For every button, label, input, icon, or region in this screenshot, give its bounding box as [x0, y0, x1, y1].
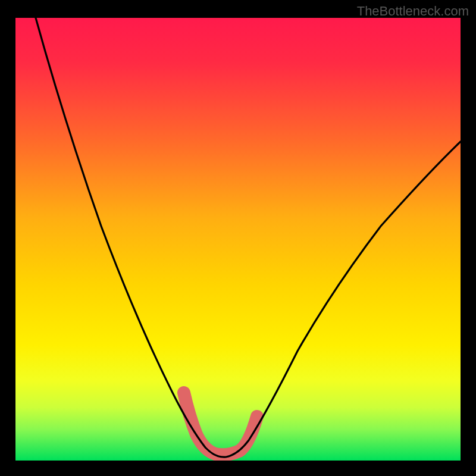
- bottleneck-chart: [0, 0, 476, 476]
- watermark-text: TheBottleneck.com: [357, 4, 469, 19]
- chart-background-gradient: [15, 18, 461, 461]
